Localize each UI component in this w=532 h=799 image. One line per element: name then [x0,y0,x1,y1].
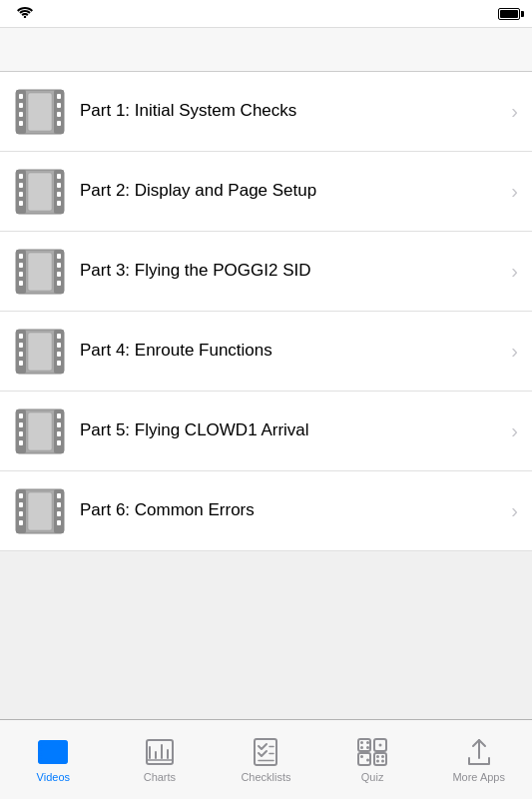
svg-rect-31 [19,281,23,286]
svg-rect-47 [57,361,61,366]
tab-label-charts: Charts [144,771,176,783]
svg-rect-71 [57,520,61,525]
svg-rect-7 [19,121,23,126]
svg-rect-72 [28,492,52,530]
svg-point-106 [376,755,379,758]
svg-point-98 [360,746,363,749]
svg-rect-30 [19,272,23,277]
svg-rect-35 [57,281,61,286]
svg-rect-66 [19,511,23,516]
list-item[interactable]: Part 2: Display and Page Setup › [0,152,532,232]
item-label: Part 3: Flying the POGGI2 SID [80,260,503,282]
list-item[interactable]: Part 5: Flying CLOWD1 Arrival › [0,392,532,471]
svg-rect-81 [64,748,66,751]
svg-rect-19 [19,201,23,206]
tab-label-checklists: Checklists [241,771,290,783]
tab-bar: Videos Charts [0,719,532,799]
film-icon [14,86,66,138]
svg-rect-23 [57,201,61,206]
svg-rect-41 [19,343,23,348]
svg-point-104 [366,758,369,761]
svg-point-101 [379,743,382,746]
svg-rect-55 [19,440,23,445]
checklists-icon [251,737,280,767]
svg-rect-8 [57,94,61,99]
item-label: Part 6: Common Errors [80,499,503,521]
svg-rect-56 [57,413,61,418]
svg-rect-5 [19,103,23,108]
svg-point-96 [360,741,363,744]
svg-rect-83 [64,758,66,761]
svg-rect-48 [28,333,52,371]
svg-rect-18 [19,192,23,197]
status-right [498,8,520,20]
tab-more-apps[interactable]: More Apps [425,720,532,799]
main-content: Part 1: Initial System Checks › Part 2: … [0,72,532,719]
list-item[interactable]: Part 4: Enroute Functions › [0,312,532,392]
svg-rect-29 [19,263,23,268]
svg-rect-20 [57,174,61,179]
svg-rect-44 [57,334,61,339]
chevron-icon: › [511,419,518,442]
svg-rect-84 [46,744,60,760]
charts-icon [145,737,175,767]
svg-rect-95 [358,739,370,751]
svg-rect-53 [19,422,23,427]
svg-rect-64 [19,493,23,498]
svg-rect-4 [19,94,23,99]
svg-rect-52 [19,413,23,418]
status-bar [0,0,532,28]
svg-point-99 [366,746,369,749]
tab-label-quiz: Quiz [361,771,384,783]
battery-icon [498,8,520,20]
tab-checklists[interactable]: Checklists [213,720,319,799]
svg-rect-34 [57,272,61,277]
chevron-icon: › [511,260,518,283]
list-item[interactable]: Part 3: Flying the POGGI2 SID › [0,232,532,312]
film-icon [14,405,66,457]
item-label: Part 2: Display and Page Setup [80,180,503,202]
svg-rect-79 [41,758,43,761]
list-item[interactable]: Part 1: Initial System Checks › [0,72,532,152]
svg-rect-22 [57,192,61,197]
film-icon [14,326,66,378]
status-left [12,6,33,21]
item-label: Part 1: Initial System Checks [80,100,503,122]
quiz-icon [357,737,387,767]
item-label: Part 5: Flying CLOWD1 Arrival [80,419,503,441]
svg-rect-65 [19,502,23,507]
list-item[interactable]: Part 6: Common Errors › [0,471,532,551]
svg-point-108 [376,759,379,762]
svg-rect-40 [19,334,23,339]
svg-rect-59 [57,440,61,445]
videos-icon [38,737,68,767]
svg-rect-10 [57,112,61,117]
svg-rect-24 [28,173,52,211]
svg-rect-33 [57,263,61,268]
svg-rect-32 [57,254,61,259]
svg-rect-43 [19,361,23,366]
svg-rect-77 [41,748,43,751]
svg-rect-16 [19,174,23,179]
svg-rect-42 [19,352,23,357]
svg-rect-9 [57,103,61,108]
svg-rect-78 [41,753,43,756]
tab-quiz[interactable]: Quiz [319,720,426,799]
list-container: Part 1: Initial System Checks › Part 2: … [0,72,532,551]
chevron-icon: › [511,499,518,522]
svg-rect-58 [57,431,61,436]
tab-videos[interactable]: Videos [0,720,107,799]
item-label: Part 4: Enroute Functions [80,340,503,362]
svg-rect-17 [19,183,23,188]
tab-label-videos: Videos [37,771,70,783]
svg-rect-46 [57,352,61,357]
svg-rect-54 [19,431,23,436]
chevron-icon: › [511,340,518,363]
tab-charts[interactable]: Charts [107,720,214,799]
chevron-icon: › [511,100,518,123]
chevron-icon: › [511,180,518,203]
svg-rect-69 [57,502,61,507]
svg-rect-45 [57,343,61,348]
svg-point-103 [360,755,363,758]
svg-rect-80 [64,743,66,746]
